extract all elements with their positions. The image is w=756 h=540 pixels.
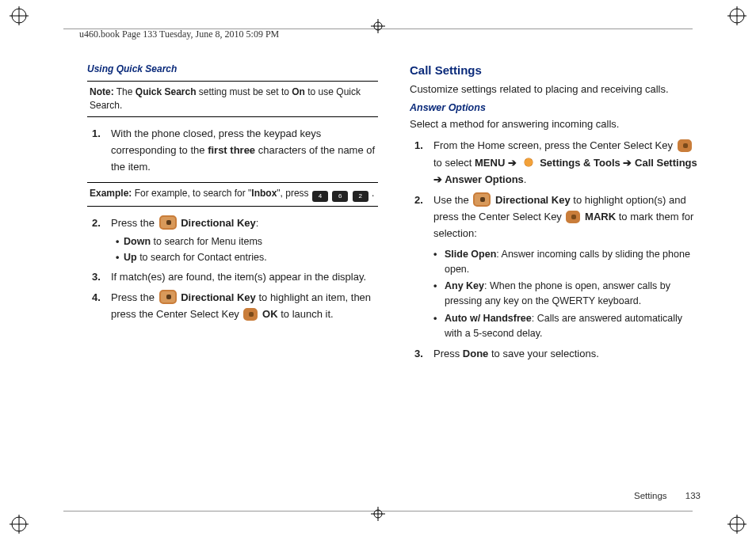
footer-page-number: 133 (685, 491, 701, 500)
example-label: Example: (90, 188, 132, 199)
steps-list: With the phone closed, press the keypad … (87, 125, 378, 176)
step-text: Answer Options (445, 173, 524, 185)
right-column: Call Settings Customize settings related… (410, 63, 701, 477)
sub-text: Down (124, 236, 151, 247)
center-select-key-icon (566, 211, 580, 223)
note-text: On (292, 86, 305, 97)
option-text: Any Key (445, 280, 484, 291)
example-text: . (369, 188, 375, 199)
crop-mark-icon (10, 6, 29, 25)
sub-item: Up to search for Contact entries. (116, 250, 378, 265)
step-text: Directional Key (181, 217, 256, 229)
step-item: From the Home screen, press the Center S… (433, 137, 701, 188)
sub-text: to search for Menu items (151, 236, 262, 247)
step-text: . (524, 173, 527, 185)
sub-item: Down to search for Menu items (116, 234, 378, 249)
step-text: Press (433, 348, 463, 359)
option-text: Auto w/ Handsfree (445, 313, 532, 324)
steps-list: Press the Directional Key: Down to searc… (87, 215, 378, 323)
sub-intro-text: Select a method for answering incoming c… (410, 116, 701, 132)
note-text: Quick Search (136, 86, 197, 97)
intro-text: Customize settings related to placing an… (410, 82, 701, 97)
section-heading-quick-search: Using Quick Search (87, 63, 378, 74)
left-column: Using Quick Search Note: The Quick Searc… (87, 63, 378, 477)
step-text: to save your selections. (488, 348, 598, 359)
step-item: Press the Directional Key to highlight a… (111, 289, 378, 323)
step-text: Press the (111, 217, 158, 229)
step-text: Done (463, 348, 489, 359)
page-body: Using Quick Search Note: The Quick Searc… (87, 63, 701, 477)
example-text: Inbox (251, 188, 277, 199)
step-text: OK (262, 308, 278, 320)
arrow-icon: ➔ (620, 157, 635, 169)
step-item: Press the Directional Key: Down to searc… (111, 215, 378, 265)
step-text: Settings & Tools (540, 157, 620, 169)
option-item: Auto w/ Handsfree: Calls are answered au… (433, 311, 701, 341)
step-item: Use the Directional Key to highlight opt… (433, 192, 701, 341)
directional-key-icon (159, 290, 177, 304)
registration-mark-icon (371, 19, 385, 33)
arrow-icon: ➔ (433, 173, 445, 185)
center-select-key-icon (678, 139, 692, 152)
option-text: Slide Open (445, 249, 496, 260)
step-text: MARK (585, 211, 616, 222)
directional-key-icon (159, 215, 177, 230)
step-text: Call Settings (635, 157, 697, 169)
step-item: If match(es) are found, the item(s) appe… (111, 268, 378, 285)
registration-mark-icon (371, 507, 385, 521)
note-text: setting must be set to (197, 86, 292, 97)
subsection-heading-answer-options: Answer Options (410, 102, 701, 113)
center-select-key-icon (243, 308, 258, 321)
step-text: to launch it. (278, 308, 334, 320)
step-text: Directional Key (495, 194, 571, 206)
note-text: The (114, 86, 136, 97)
step-text: MENU (475, 157, 505, 169)
steps-list: From the Home screen, press the Center S… (410, 137, 701, 363)
sub-text: to search for Contact entries. (137, 252, 267, 263)
crop-mark-icon (727, 515, 746, 534)
directional-key-icon (473, 192, 491, 207)
settings-gear-icon (521, 156, 536, 169)
example-text: For example, to search for " (132, 188, 251, 199)
options-list: Slide Open: Answer incoming calls by sli… (433, 247, 701, 341)
step-text: to select (433, 157, 475, 169)
step-text: first three (208, 144, 255, 156)
step-text: Press the (111, 291, 158, 303)
example-text: ", press (277, 188, 311, 199)
note-box: Note: The Quick Search setting must be s… (87, 81, 378, 117)
sub-list: Down to search for Menu items Up to sear… (111, 234, 378, 265)
arrow-icon: ➔ (505, 157, 519, 169)
crop-mark-icon (10, 515, 29, 534)
option-item: Any Key: When the phone is open, answer … (433, 279, 701, 309)
option-item: Slide Open: Answer incoming calls by sli… (433, 247, 701, 277)
step-text: Directional Key (181, 291, 256, 303)
crop-mark-icon (727, 6, 746, 25)
sub-text: Up (124, 252, 137, 263)
keypad-2-icon: 2 (353, 191, 368, 202)
step-text: From the Home screen, press the Center S… (433, 139, 676, 151)
keypad-4-icon: 4 (312, 191, 328, 202)
keypad-6-icon: 6 (332, 191, 348, 202)
example-box: Example: For example, to search for "Inb… (87, 182, 378, 207)
page-header-meta: u460.book Page 133 Tuesday, June 8, 2010… (79, 29, 279, 40)
step-text: Use the (433, 194, 472, 206)
step-item: Press Done to save your selections. (433, 345, 701, 362)
step-item: With the phone closed, press the keypad … (111, 125, 378, 176)
section-heading-call-settings: Call Settings (410, 63, 701, 77)
step-text: : (256, 217, 259, 229)
page-footer: Settings 133 (634, 491, 701, 500)
step-text: If match(es) are found, the item(s) appe… (111, 271, 366, 283)
footer-section: Settings (634, 491, 667, 500)
note-label: Note: (90, 86, 114, 97)
